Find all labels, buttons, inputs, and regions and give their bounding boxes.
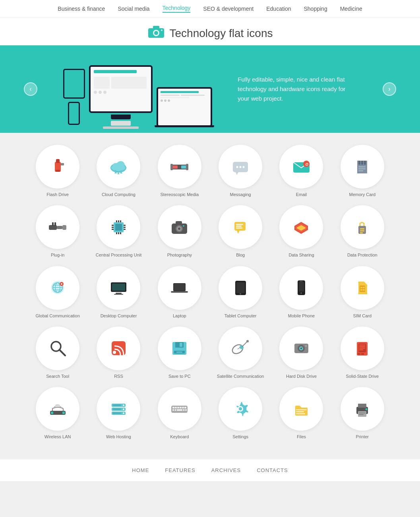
icon-printer[interactable]: Printer [336, 387, 389, 439]
device-phone [68, 102, 80, 125]
icon-keyboard-label: Keyboard [170, 434, 189, 439]
top-navigation: Business & finance Social media Technolo… [0, 0, 420, 18]
icon-photography[interactable]: Photography [153, 205, 206, 258]
icons-grid: Flash Drive Cl [31, 145, 389, 439]
icon-plug-in[interactable]: Plug-in [31, 205, 84, 258]
svg-rect-103 [360, 289, 362, 291]
svg-rect-51 [124, 227, 126, 228]
svg-rect-37 [358, 166, 366, 167]
icon-messaging[interactable]: Messaging [214, 145, 267, 197]
icon-email[interactable]: @ Email [275, 145, 328, 197]
svg-rect-148 [172, 407, 174, 408]
svg-point-4 [161, 29, 163, 31]
icon-wireless-lan-label: Wireless LAN [45, 434, 71, 439]
nav-item-medicine[interactable]: Medicine [340, 6, 362, 12]
svg-point-160 [239, 407, 242, 410]
camera-icon [147, 24, 165, 42]
svg-rect-74 [360, 228, 364, 229]
icon-memory-card[interactable]: Memory Card [336, 145, 389, 197]
nav-item-business[interactable]: Business & finance [58, 6, 105, 12]
svg-rect-102 [363, 287, 365, 288]
svg-rect-129 [359, 348, 365, 349]
icon-rss-label: RSS [114, 373, 123, 379]
icon-save-to-pc[interactable]: Save to PC [153, 327, 206, 379]
footer-archives[interactable]: ARCHIVES [211, 467, 241, 473]
svg-rect-54 [118, 220, 119, 222]
icon-rss[interactable]: RSS [92, 327, 145, 379]
svg-rect-155 [175, 409, 176, 411]
icon-wireless-lan[interactable]: Wireless LAN [31, 387, 84, 439]
svg-rect-49 [112, 229, 114, 230]
hero-banner: ‹ [0, 45, 420, 133]
icon-search-tool[interactable]: Search Tool [31, 327, 84, 379]
svg-rect-151 [180, 407, 182, 408]
icon-data-sharing[interactable]: Data Sharing [275, 205, 328, 258]
nav-item-shopping[interactable]: Shopping [304, 6, 327, 12]
svg-rect-36 [364, 161, 366, 165]
footer-home[interactable]: HOME [132, 467, 149, 473]
icon-blog[interactable]: Blog [214, 205, 267, 258]
icon-printer-label: Printer [356, 434, 369, 439]
svg-rect-52 [124, 229, 126, 230]
next-button[interactable]: › [383, 82, 396, 96]
svg-point-28 [236, 166, 238, 168]
svg-rect-130 [359, 349, 363, 350]
svg-rect-94 [236, 282, 245, 293]
prev-button[interactable]: ‹ [24, 82, 37, 96]
footer-features[interactable]: FEATURES [165, 467, 195, 473]
icon-email-label: Email [296, 192, 307, 197]
icon-solid-state-drive-label: Solid-State Drive [346, 373, 379, 379]
icon-files[interactable]: Files [275, 387, 328, 439]
svg-rect-41 [57, 226, 62, 229]
icon-sim-card[interactable]: SIM Card [336, 266, 389, 319]
icon-tablet-computer[interactable]: Tablet Computer [214, 266, 267, 319]
nav-item-seo[interactable]: SEO & development [203, 6, 254, 12]
svg-rect-44 [54, 222, 56, 226]
icon-web-hosting[interactable]: Web Hosting [92, 387, 145, 439]
svg-rect-69 [236, 227, 242, 229]
icon-laptop[interactable]: Laptop [153, 266, 206, 319]
nav-item-technology[interactable]: Technology [163, 5, 191, 13]
svg-rect-156 [177, 409, 182, 411]
svg-point-142 [123, 408, 124, 410]
svg-rect-150 [177, 407, 179, 408]
svg-rect-134 [51, 412, 53, 414]
svg-rect-48 [112, 227, 114, 228]
svg-rect-34 [358, 161, 360, 165]
svg-rect-145 [113, 408, 121, 410]
nav-item-education[interactable]: Education [266, 6, 291, 12]
device-laptop [157, 87, 212, 127]
icon-stereoscopic-media[interactable]: Stereoscopic Media [153, 145, 206, 197]
svg-rect-135 [62, 412, 65, 414]
icon-cloud-computing[interactable]: Cloud Computing [92, 145, 145, 197]
icon-data-protection[interactable]: Data Protection [336, 205, 389, 258]
icon-photography-label: Photography [167, 252, 192, 258]
svg-rect-131 [358, 353, 360, 355]
svg-rect-50 [124, 225, 126, 226]
svg-rect-38 [358, 168, 366, 169]
svg-point-29 [239, 166, 241, 168]
footer-contacts[interactable]: CONTACTS [257, 467, 288, 473]
svg-point-14 [117, 161, 125, 169]
icon-flash-drive[interactable]: Flash Drive [31, 145, 84, 197]
svg-point-141 [123, 404, 124, 406]
icon-desktop-computer[interactable]: Desktop Computer [92, 266, 145, 319]
device-monitor [89, 65, 153, 113]
icon-keyboard[interactable]: Keyboard [153, 387, 206, 439]
icon-data-protection-label: Data Protection [347, 252, 377, 258]
icon-solid-state-drive[interactable]: Solid-State Drive [336, 327, 389, 379]
page-title: Technology flat icons [170, 27, 273, 40]
svg-rect-87 [112, 284, 125, 291]
svg-rect-60 [176, 221, 182, 225]
svg-rect-100 [360, 286, 365, 292]
icon-global-communication[interactable]: Global Communication [31, 266, 84, 319]
svg-rect-8 [61, 163, 64, 165]
icon-cpu[interactable]: Central Processing Unit [92, 205, 145, 258]
svg-rect-111 [180, 343, 182, 347]
icon-mobile-phone[interactable]: Mobile Phone [275, 266, 328, 319]
nav-item-social[interactable]: Social media [118, 6, 149, 12]
icon-memory-card-label: Memory Card [349, 192, 376, 197]
icon-settings[interactable]: Settings [214, 387, 267, 439]
icon-hard-disk-drive[interactable]: Hard Disk Drive [275, 327, 328, 379]
icon-satellite-communication[interactable]: Satellite Communication [214, 327, 267, 379]
